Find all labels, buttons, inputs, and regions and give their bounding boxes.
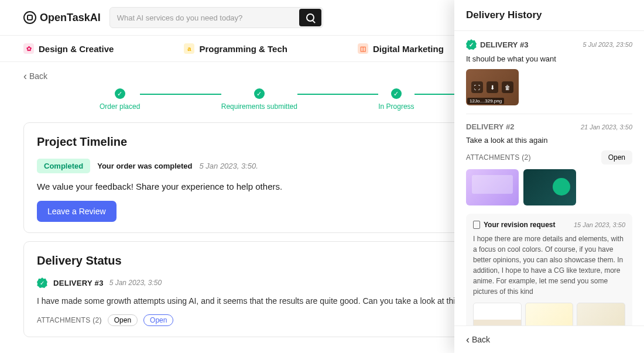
logo[interactable]: OpenTaskAI bbox=[23, 11, 101, 24]
verified-icon bbox=[466, 39, 477, 50]
panel-footer: Back bbox=[454, 325, 644, 353]
delivery-title: Delivery Status bbox=[37, 254, 122, 268]
chevron-left-icon bbox=[23, 71, 27, 81]
status-date: 5 Jan 2023, 3:50. bbox=[199, 162, 258, 170]
verified-icon bbox=[37, 277, 47, 288]
attachments-label: ATTACHMENTS (2) bbox=[37, 316, 102, 324]
delivery-number: DELIVERY #3 bbox=[53, 279, 104, 287]
delivery-3-date: 5 Jul 2023, 23:50 bbox=[583, 41, 632, 48]
thumbnail-caption: 12Jo....329.png bbox=[467, 98, 504, 104]
search-input[interactable] bbox=[110, 9, 298, 27]
open-button[interactable]: Open bbox=[601, 150, 632, 164]
delivery-2-date: 21 Jan 2023, 3:50 bbox=[581, 124, 632, 131]
search-icon bbox=[306, 13, 314, 22]
check-icon bbox=[391, 88, 402, 99]
delivery-3-title: DELIVERY #3 bbox=[480, 40, 528, 49]
search-button[interactable] bbox=[299, 9, 321, 26]
delivery-3-message: It should be what you want bbox=[466, 54, 632, 63]
check-icon bbox=[115, 88, 125, 99]
attachment-thumbnail[interactable] bbox=[523, 169, 576, 205]
attachment-thumbnail[interactable] bbox=[466, 169, 519, 205]
category-design[interactable]: ✿Design & Creative bbox=[23, 43, 114, 54]
search-bar bbox=[109, 7, 323, 28]
category-programming[interactable]: aProgramming & Tech bbox=[184, 43, 287, 54]
programming-icon: a bbox=[184, 43, 194, 54]
note-icon bbox=[473, 221, 480, 229]
attachments-label: ATTACHMENTS (2) bbox=[466, 153, 531, 162]
delivery-date: 5 Jan 2023, 3:50 bbox=[109, 279, 162, 287]
revision-date: 15 Jan 2023, 3:50 bbox=[574, 221, 625, 228]
timeline-title: Project Timeline bbox=[37, 135, 127, 149]
revision-request: Your revision request 15 Jan 2023, 3:50 … bbox=[466, 214, 632, 325]
leave-review-button[interactable]: Leave a Review bbox=[37, 201, 117, 222]
check-icon bbox=[254, 88, 265, 99]
logo-icon bbox=[23, 11, 36, 24]
open-attachment-1[interactable]: Open bbox=[108, 314, 138, 326]
delivery-3-section: DELIVERY #3 5 Jul 2023, 23:50 It should … bbox=[466, 31, 632, 114]
panel-title: Delivery History bbox=[454, 0, 644, 31]
chevron-left-icon bbox=[466, 334, 470, 345]
download-icon[interactable]: ⬇ bbox=[487, 81, 498, 93]
revision-thumbnail[interactable] bbox=[473, 303, 522, 325]
revision-thumbnail[interactable] bbox=[525, 303, 574, 325]
delivery-2-title: DELIVERY #2 bbox=[466, 122, 514, 131]
open-attachment-2[interactable]: Open bbox=[143, 314, 173, 326]
panel-body: DELIVERY #3 5 Jul 2023, 23:50 It should … bbox=[454, 31, 644, 325]
attachment-thumbnail[interactable]: ⛶ ⬇ 🗑 12Jo....329.png bbox=[466, 69, 519, 105]
delivery-2-section: DELIVERY #2 21 Jan 2023, 3:50 Take a loo… bbox=[466, 114, 632, 325]
revision-thumbnail[interactable] bbox=[577, 303, 625, 325]
marketing-icon: ◫ bbox=[358, 43, 368, 54]
category-marketing[interactable]: ◫Digital Marketing bbox=[358, 43, 444, 54]
step-order-placed: Order placed bbox=[100, 88, 140, 111]
step-in-progress: In Progress bbox=[378, 88, 414, 111]
delete-icon[interactable]: 🗑 bbox=[502, 81, 513, 93]
completed-badge: Completed bbox=[37, 159, 90, 173]
status-text: Your order was completed bbox=[97, 162, 192, 170]
brand-name: OpenTaskAI bbox=[40, 12, 101, 24]
delivery-history-panel: Delivery History DELIVERY #3 5 Jul 2023,… bbox=[454, 0, 644, 353]
step-requirements: Requirements submitted bbox=[221, 88, 297, 111]
expand-icon[interactable]: ⛶ bbox=[471, 81, 483, 93]
design-icon: ✿ bbox=[23, 43, 34, 54]
revision-body: I hope there are more details and elemen… bbox=[473, 234, 625, 297]
panel-back-button[interactable]: Back bbox=[466, 334, 632, 345]
revision-title: Your revision request bbox=[484, 221, 555, 229]
delivery-2-message: Take a look at this again bbox=[466, 136, 632, 145]
